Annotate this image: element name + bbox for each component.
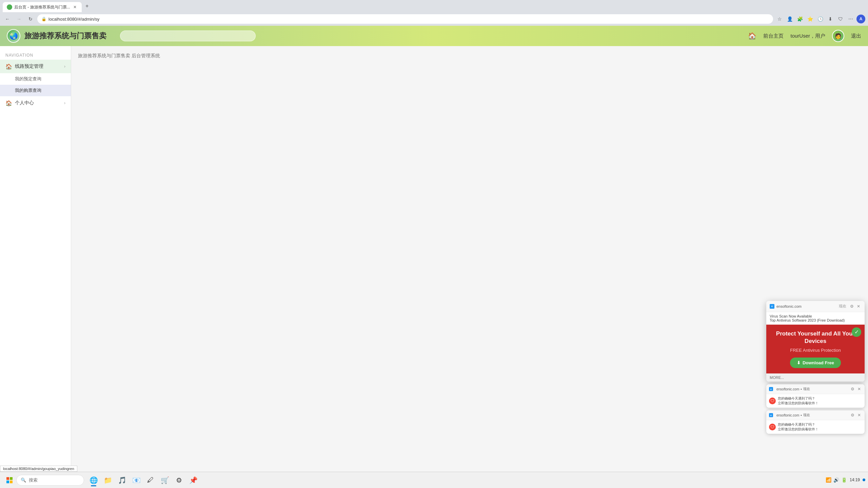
small-notif-1-header: e ensoftonic.com • 现在 ⚙ ✕ <box>766 384 865 394</box>
small-notif-2-site-icon: e <box>769 413 773 417</box>
taskbar-app-4[interactable]: 📧 <box>130 473 143 487</box>
taskbar-search-icon: 🔍 <box>21 477 26 483</box>
small-notif-2-time: 现在 <box>803 413 810 418</box>
start-button[interactable] <box>3 473 16 487</box>
forward-button[interactable]: → <box>14 14 24 24</box>
tab-close-button[interactable]: ✕ <box>72 4 78 10</box>
ad-close-button[interactable]: ✕ <box>856 304 861 309</box>
app-wrapper: 🌏 旅游推荐系统与门票售卖 🏠 前台主页 tourUser，用户 🧑 退出 NA… <box>0 26 868 488</box>
booking-mgmt-arrow: › <box>64 64 65 69</box>
taskbar-app-edge[interactable]: 🌐 <box>87 473 100 487</box>
refresh-button[interactable]: ↻ <box>26 14 35 24</box>
logout-button[interactable]: 退出 <box>851 33 861 39</box>
taskbar-app-8[interactable]: 📌 <box>186 473 200 487</box>
browser-chrome: 后台页 - 旅游推荐系统与门票... ✕ + ← → ↻ 🔒 localhost… <box>0 0 868 26</box>
browser-toolbar: ☆ 👤 🧩 ⭐ 🕒 ⬇ 🛡 ⋯ A <box>775 15 865 23</box>
favorites-icon[interactable]: ⭐ <box>806 15 814 23</box>
ad-footer: MORE... <box>766 373 865 382</box>
taskbar-app-3[interactable]: 🎵 <box>115 473 129 487</box>
store-icon: 🛒 <box>161 476 169 484</box>
my-tickets-label: 我的购票查询 <box>15 88 41 93</box>
taskbar-app-6[interactable]: 🛒 <box>158 473 172 487</box>
profile-settings-icon[interactable]: 👤 <box>785 15 794 23</box>
system-clock[interactable]: 14:19 <box>850 477 860 483</box>
ad-text-body: Virus Scan Now Available Top Antivirus S… <box>766 312 865 325</box>
network-icon[interactable]: 📶 <box>826 477 831 483</box>
shield-icon[interactable]: 🛡 <box>836 15 845 23</box>
notification-overlay: e ensoftonic.com 现在 ⚙ ✕ Virus Scan Now A… <box>766 301 865 434</box>
taskbar-app-7[interactable]: ⚙ <box>172 473 186 487</box>
app-title: 旅游推荐系统与门票售卖 <box>24 31 106 41</box>
small-notif-1-body: 🛡 您的确确今天遇到了吗？ 立即激活您的防病毒软件！ <box>766 394 865 408</box>
small-notif-1-close[interactable]: ✕ <box>856 386 862 392</box>
small-notif-2-line2: 立即激活您的防病毒软件！ <box>778 427 818 432</box>
small-notif-1-settings[interactable]: ⚙ <box>850 386 855 392</box>
small-notif-1-line1: 您的确确今天遇到了吗？ <box>778 396 818 401</box>
new-tab-button[interactable]: + <box>83 2 91 10</box>
taskbar-search-text: 搜索 <box>29 477 38 483</box>
sidebar-item-booking-mgmt[interactable]: 🏠 线路预定管理 › <box>0 60 71 73</box>
settings-icon[interactable]: ⋯ <box>846 15 855 23</box>
lock-icon: 🔒 <box>41 17 46 21</box>
small-notif-2-app-icon: 🛡 <box>769 424 776 430</box>
app-logo: 🌏 <box>7 29 20 43</box>
user-profile-button[interactable]: A <box>856 15 865 23</box>
small-notif-2-text: 您的确确今天遇到了吗？ 立即激活您的防病毒软件！ <box>778 422 818 432</box>
small-notif-2-close[interactable]: ✕ <box>856 412 862 418</box>
extensions-icon[interactable]: 🧩 <box>795 15 804 23</box>
small-notif-2-site: ensoftonic.com <box>776 413 799 417</box>
small-notif-2: e ensoftonic.com • 现在 ⚙ ✕ 🛡 您的确确今天遇到了吗？ … <box>766 410 865 434</box>
personal-center-arrow: › <box>64 101 65 105</box>
nav-label: NAVIGATION <box>0 49 71 60</box>
header-search-box[interactable] <box>120 30 256 41</box>
small-notif-2-body: 🛡 您的确确今天遇到了吗？ 立即激活您的防病毒软件！ <box>766 420 865 434</box>
frontend-link[interactable]: 前台主页 <box>763 33 784 39</box>
taskbar-search[interactable]: 🔍 搜索 <box>16 475 84 486</box>
media-icon: 🎵 <box>118 476 126 484</box>
sidebar-item-personal-center[interactable]: 🏠 个人中心 › <box>0 96 71 110</box>
header-right: 🏠 前台主页 tourUser，用户 🧑 退出 <box>748 30 861 42</box>
tab-favicon <box>7 4 12 10</box>
ad-site-icon: e <box>770 304 774 309</box>
explorer-icon: 📁 <box>104 476 112 484</box>
sidebar-item-my-tickets[interactable]: 我的购票查询 <box>0 85 71 96</box>
ad-more-button[interactable]: MORE... <box>770 375 784 380</box>
ad-shield-icon: ✓ <box>852 327 861 337</box>
mail-icon: 📧 <box>132 476 141 484</box>
battery-icon[interactable]: 🔋 <box>841 477 847 483</box>
header-avatar[interactable]: 🧑 <box>832 30 844 42</box>
back-button[interactable]: ← <box>3 14 12 24</box>
small-notif-1-text: 您的确确今天遇到了吗？ 立即激活您的防病毒软件！ <box>778 396 818 406</box>
browser-tab[interactable]: 后台页 - 旅游推荐系统与门票... ✕ <box>3 2 82 12</box>
booking-mgmt-icon: 🏠 <box>5 63 12 70</box>
sidebar-item-booking-mgmt-label: 线路预定管理 <box>15 63 43 69</box>
ad-site-name: ensoftonic.com <box>776 304 839 308</box>
header-home-icon[interactable]: 🏠 <box>748 32 756 40</box>
content-area: 旅游推荐系统与门票售卖 后台管理系统 <box>71 46 868 488</box>
ad-notif-text: Virus Scan Now Available Top Antivirus S… <box>770 314 845 322</box>
tab-bar: 后台页 - 旅游推荐系统与门票... ✕ + <box>0 0 868 12</box>
history-icon[interactable]: 🕒 <box>816 15 825 23</box>
windows-icon <box>6 477 13 483</box>
sidebar-item-personal-center-label: 个人中心 <box>15 100 34 106</box>
antivirus-ad-card: e ensoftonic.com 现在 ⚙ ✕ Virus Scan Now A… <box>766 301 865 382</box>
ad-download-button[interactable]: ⬇ Download Free <box>790 358 841 368</box>
notification-dot <box>863 479 865 481</box>
url-input[interactable]: 🔒 localhost:8080/#/admin/sy <box>37 14 773 24</box>
ad-subtitle: FREE Antivirus Protection <box>771 348 860 353</box>
sidebar: NAVIGATION 🏠 线路预定管理 › 我的预定查询 我的购票查询 🏠 个人… <box>0 46 71 488</box>
sidebar-item-my-booking[interactable]: 我的预定查询 <box>0 73 71 85</box>
breadcrumb: 旅游推荐系统与门票售卖 后台管理系统 <box>78 53 861 59</box>
personal-center-icon: 🏠 <box>5 100 12 106</box>
small-notif-1-app-icon: 🛡 <box>769 398 776 404</box>
taskbar-app-5[interactable]: 🖊 <box>144 473 157 487</box>
bookmark-icon[interactable]: ☆ <box>775 15 784 23</box>
ad-card-header: e ensoftonic.com 现在 ⚙ ✕ <box>766 301 865 312</box>
ad-settings-button[interactable]: ⚙ <box>849 304 854 309</box>
volume-icon[interactable]: 🔊 <box>833 477 839 483</box>
small-notif-2-dot: • <box>801 413 802 417</box>
download-icon[interactable]: ⬇ <box>826 15 835 23</box>
taskbar-app-explorer[interactable]: 📁 <box>101 473 115 487</box>
small-notif-2-settings[interactable]: ⚙ <box>850 412 855 418</box>
status-bar-url: localhost:8080/#/admin/goupiao_yudingren <box>0 466 77 472</box>
